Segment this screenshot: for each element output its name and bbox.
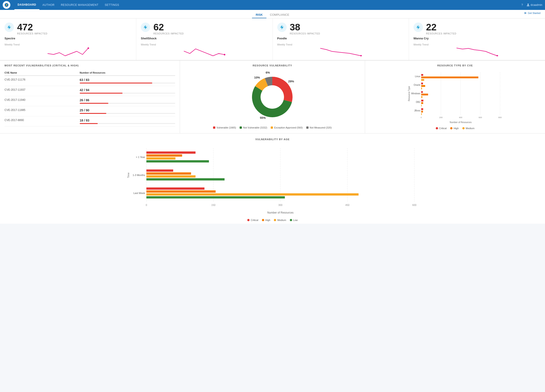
svg-rect-59 — [146, 157, 175, 160]
svg-rect-70 — [146, 196, 285, 199]
nav-author[interactable]: AUTHOR — [39, 0, 58, 10]
svg-rect-68 — [146, 190, 216, 193]
vulnerability-age-title: VULNERABILITY BY AGE — [7, 138, 538, 141]
summary-card-spectre: 472 RESOURCES IMPACTED Spectre Weekly Tr… — [0, 18, 136, 60]
bolt-icon — [5, 23, 14, 32]
tab-compliance[interactable]: COMPLIANCE — [266, 12, 293, 18]
cve-name: CVE-2017-11940 — [5, 96, 77, 106]
svg-text:55%: 55% — [260, 116, 266, 120]
nav-resource-management[interactable]: RESOURCE MANAGEMENT — [58, 0, 102, 10]
svg-rect-42 — [421, 111, 423, 113]
sparkline-chart — [5, 47, 131, 56]
weekly-trend-label: Weekly Trend — [277, 43, 404, 46]
card-stats: 22 RESOURCES IMPACTED — [426, 23, 457, 35]
card-stats: 38 RESOURCES IMPACTED — [290, 23, 320, 35]
age-legend: CriticalHighMediumLow — [7, 219, 538, 221]
table-row: CVE-2017-8890 18 / 93 — [5, 116, 175, 127]
card-top: 22 RESOURCES IMPACTED — [414, 23, 540, 35]
svg-rect-38 — [421, 102, 423, 104]
svg-rect-60 — [146, 160, 209, 163]
table-row: CVE-2017-11176 63 / 83 — [5, 76, 175, 86]
col-resources: Number of Resources — [77, 70, 175, 76]
svg-text:600: 600 — [479, 116, 482, 119]
svg-rect-57 — [146, 151, 195, 154]
topnav: ⚡ DASHBOARD AUTHOR RESOURCE MANAGEMENT S… — [0, 0, 545, 10]
col-cve-name: CVE Name — [5, 70, 77, 76]
tab-risk[interactable]: RISK — [252, 12, 266, 18]
svg-rect-35 — [421, 96, 422, 98]
svg-text:JBoss: JBoss — [414, 109, 420, 112]
svg-text:Resource Type: Resource Type — [408, 86, 410, 101]
card-number: 38 — [290, 23, 320, 32]
svg-rect-63 — [146, 172, 191, 175]
sparkline-chart — [141, 47, 268, 56]
resource-vulnerability-panel: RESOURCE VULNERABILITY 29%55%10%6% Vulne… — [180, 60, 365, 133]
svg-rect-26 — [421, 77, 479, 78]
svg-text:300: 300 — [278, 204, 282, 206]
nav-dashboard[interactable]: DASHBOARD — [14, 0, 39, 10]
cve-name: CVE-2017-11937 — [5, 86, 77, 96]
legend-item: Not Vulnerable (3152) — [240, 126, 267, 129]
svg-point-3 — [88, 48, 89, 49]
card-stats: 472 RESOURCES IMPACTED — [17, 23, 48, 35]
svg-point-5 — [224, 54, 225, 55]
table-row: CVE-2017-11885 25 / 90 — [5, 106, 175, 116]
bolt-icon — [141, 23, 150, 32]
svg-text:0: 0 — [146, 204, 147, 206]
cve-table: CVE Name Number of Resources CVE-2017-11… — [5, 70, 175, 127]
svg-rect-67 — [146, 187, 204, 190]
vulnerabilities-panel: MOST RECENT VULNERABILITIES (CRITICAL & … — [0, 60, 180, 133]
card-top: 472 RESOURCES IMPACTED — [5, 23, 131, 35]
get-started-link[interactable]: Get Started — [524, 12, 540, 14]
nav-right: ? dcaadmin — [521, 3, 542, 6]
card-name: Spectre — [5, 37, 131, 40]
svg-rect-34 — [421, 94, 428, 95]
bolt-icon — [277, 23, 287, 32]
card-top: 38 RESOURCES IMPACTED — [277, 23, 404, 35]
user-label: dcaadmin — [526, 3, 542, 6]
svg-text:Number of Resources: Number of Resources — [450, 121, 471, 124]
svg-text:⚡: ⚡ — [5, 3, 8, 6]
svg-text:1-3 Months: 1-3 Months — [133, 174, 145, 176]
svg-text:450: 450 — [345, 204, 349, 206]
card-resources-label: RESOURCES IMPACTED — [426, 32, 457, 35]
svg-text:Last Week: Last Week — [133, 192, 145, 194]
svg-rect-43 — [421, 113, 422, 115]
svg-rect-65 — [146, 178, 224, 181]
resource-count: 26 / 86 — [77, 96, 175, 106]
resource-type-panel: RESOURCE TYPE BY CVE 0200400600800Number… — [365, 60, 545, 133]
svg-text:> 1 Year: > 1 Year — [136, 156, 145, 158]
svg-rect-39 — [421, 105, 422, 106]
card-name: ShellShock — [141, 37, 268, 40]
weekly-trend-label: Weekly Trend — [414, 43, 540, 46]
summary-card-wanna-cry: 22 RESOURCES IMPACTED Wanna Cry Weekly T… — [409, 18, 545, 60]
svg-rect-64 — [146, 175, 195, 178]
svg-text:800: 800 — [498, 116, 502, 119]
card-stats: 62 RESOURCES IMPACTED — [153, 23, 184, 35]
summary-card-shellshock: 62 RESOURCES IMPACTED ShellShock Weekly … — [136, 18, 272, 60]
summary-card-poodle: 38 RESOURCES IMPACTED Poodle Weekly Tren… — [273, 18, 409, 60]
svg-text:400: 400 — [459, 116, 462, 119]
sparkline-chart — [277, 47, 404, 56]
card-resources-label: RESOURCES IMPACTED — [17, 32, 48, 35]
card-resources-label: RESOURCES IMPACTED — [290, 32, 320, 35]
svg-text:10%: 10% — [254, 76, 260, 79]
resource-type-chart: 0200400600800Number of ResourcesLinuxOra… — [370, 70, 540, 124]
sparkline-chart — [414, 47, 540, 56]
card-name: Wanna Cry — [414, 37, 540, 40]
svg-text:DB2: DB2 — [416, 101, 421, 103]
svg-text:Oracle: Oracle — [414, 84, 421, 86]
help-icon[interactable]: ? — [521, 3, 523, 6]
svg-text:Windows: Windows — [411, 92, 421, 95]
resource-count: 25 / 90 — [77, 106, 175, 116]
cve-name: CVE-2017-11176 — [5, 76, 77, 86]
svg-text:29%: 29% — [288, 80, 294, 83]
card-number: 62 — [153, 23, 184, 32]
legend-item: Low — [290, 219, 298, 221]
nav-settings[interactable]: SETTINGS — [102, 0, 122, 10]
svg-point-7 — [360, 55, 362, 56]
table-row: CVE-2017-11937 42 / 94 — [5, 86, 175, 96]
cve-legend: CriticalHighMedium — [370, 127, 540, 130]
svg-point-9 — [496, 55, 498, 56]
resource-type-title: RESOURCE TYPE BY CVE — [370, 64, 540, 67]
